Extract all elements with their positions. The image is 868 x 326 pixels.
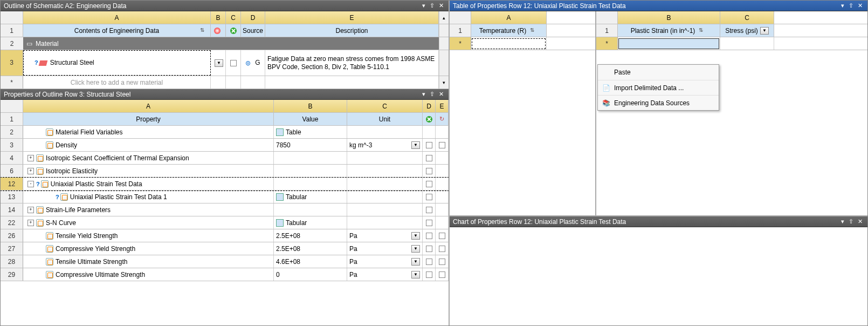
col-letter-c[interactable]: C <box>347 100 423 112</box>
row-num[interactable]: 13 <box>1 191 23 203</box>
param-check[interactable] <box>436 165 449 177</box>
col-letter-e[interactable]: E <box>265 11 439 24</box>
col-header-contents[interactable]: Contents of Engineering Data ⇅ <box>23 24 211 37</box>
param-check[interactable] <box>436 203 449 216</box>
scrollbar-up[interactable]: ▴ <box>439 11 449 24</box>
temperature-input-cell[interactable] <box>471 37 547 50</box>
value-cell[interactable]: 4.6E+08 <box>274 255 347 268</box>
col-header-plastic-strain[interactable]: Plastic Strain (in in^-1) ⇅ <box>618 24 720 37</box>
property-cell[interactable]: Density <box>23 139 274 151</box>
row-num[interactable]: 27 <box>1 242 23 255</box>
param-check[interactable] <box>436 216 449 229</box>
unit-cell[interactable] <box>347 191 423 203</box>
col-letter-b[interactable]: B <box>618 11 720 24</box>
row-num[interactable]: 4 <box>1 152 23 164</box>
plastic-strain-input-cell[interactable] <box>618 37 720 50</box>
col-letter-a[interactable]: A <box>471 11 547 24</box>
row-num-1[interactable]: 1 <box>1 24 23 37</box>
param-check[interactable] <box>436 255 449 268</box>
col-letter-e[interactable]: E <box>436 100 449 112</box>
unit-cell[interactable] <box>347 216 423 229</box>
col-header-temperature[interactable]: Temperature (R) ⇅ <box>471 24 547 37</box>
unit-cell[interactable] <box>347 152 423 164</box>
col-letter-c[interactable]: C <box>720 11 774 24</box>
close-icon[interactable]: ✕ <box>856 2 864 9</box>
suppress-check[interactable] <box>423 268 436 281</box>
chevron-down-icon[interactable]: ▼ <box>411 141 420 149</box>
row-num-1[interactable]: 1 <box>1 113 23 125</box>
col-header-stress[interactable]: Stress (psi) ▼ <box>720 24 774 37</box>
value-cell[interactable] <box>274 203 347 216</box>
pin-icon[interactable]: ⇧ <box>428 2 436 9</box>
col-letter-b[interactable]: B <box>211 11 226 24</box>
property-cell[interactable]: Tensile Ultimate Strength <box>23 255 274 268</box>
pin-icon[interactable]: ⇧ <box>847 2 855 9</box>
unit-cell[interactable]: kg m^-3▼ <box>347 139 423 151</box>
row-num-1[interactable]: 1 <box>450 24 471 37</box>
param-check[interactable] <box>436 191 449 203</box>
row-num[interactable]: 6 <box>1 165 23 177</box>
suppress-check[interactable] <box>423 165 436 177</box>
row-num[interactable]: 12 <box>1 178 23 190</box>
value-cell[interactable]: Tabular <box>274 216 347 229</box>
value-cell[interactable]: 7850 <box>274 139 347 151</box>
col-header-source[interactable]: Source <box>241 24 265 37</box>
property-cell[interactable]: Tensile Yield Strength <box>23 229 274 242</box>
property-cell[interactable]: ?Uniaxial Plastic Strain Test Data 1 <box>23 191 274 203</box>
col-header-desc[interactable]: Description <box>265 24 439 37</box>
pin-icon[interactable]: ⇧ <box>847 218 855 225</box>
suppress-check[interactable] <box>423 126 436 138</box>
close-icon[interactable]: ✕ <box>856 218 864 225</box>
value-cell[interactable]: 2.5E+08 <box>274 242 347 255</box>
value-cell[interactable]: 2.5E+08 <box>274 229 347 242</box>
suppress-check[interactable] <box>423 152 436 164</box>
property-cell[interactable]: +Strain-Life Parameters <box>23 203 274 216</box>
col-letter-a[interactable]: A <box>23 100 274 112</box>
param-check[interactable] <box>436 242 449 255</box>
chevron-down-icon[interactable]: ▼ <box>760 27 769 35</box>
suppress-check[interactable] <box>423 203 436 216</box>
material-structural-steel[interactable]: ? Structural Steel <box>23 50 211 76</box>
unit-cell[interactable] <box>347 178 423 190</box>
material-suppress-check[interactable] <box>226 50 241 76</box>
scrollbar-down[interactable]: ▾ <box>439 76 449 89</box>
dropdown-icon[interactable]: ▾ <box>421 2 427 9</box>
value-cell[interactable]: 0 <box>274 268 347 281</box>
row-num-2[interactable]: 2 <box>1 37 23 50</box>
value-cell[interactable]: Table <box>274 126 347 138</box>
dropdown-icon[interactable]: ▾ <box>839 2 846 9</box>
value-cell[interactable] <box>274 165 347 177</box>
col-header-unit[interactable]: Unit <box>347 113 423 125</box>
row-num-3[interactable]: 3 <box>1 50 23 76</box>
row-num[interactable]: 3 <box>1 139 23 151</box>
col-letter-d[interactable]: D <box>241 11 265 24</box>
property-cell[interactable]: +Isotropic Elasticity <box>23 165 274 177</box>
material-source[interactable]: ⊜ G <box>241 50 265 76</box>
col-letter-b[interactable]: B <box>274 100 347 112</box>
suppress-check[interactable] <box>423 191 436 203</box>
chevron-down-icon[interactable]: ▼ <box>411 271 420 279</box>
row-num[interactable]: 14 <box>1 203 23 216</box>
filter-icon[interactable]: ⇅ <box>697 27 705 35</box>
unit-cell[interactable]: Pa▼ <box>347 268 423 281</box>
row-num-star[interactable]: * <box>596 37 618 50</box>
param-check[interactable] <box>436 229 449 242</box>
expander-icon[interactable]: + <box>27 207 34 213</box>
row-num[interactable]: 26 <box>1 229 23 242</box>
unit-cell[interactable] <box>347 203 423 216</box>
col-letter-c[interactable]: C <box>226 11 241 24</box>
expander-icon[interactable]: + <box>27 168 34 174</box>
col-header-c[interactable] <box>226 24 241 37</box>
chevron-down-icon[interactable]: ▼ <box>411 258 420 266</box>
expander-icon[interactable]: + <box>27 220 34 226</box>
unit-cell[interactable] <box>347 165 423 177</box>
unit-cell[interactable]: Pa▼ <box>347 242 423 255</box>
col-header-value[interactable]: Value <box>274 113 347 125</box>
expander-icon[interactable]: - <box>27 181 34 187</box>
property-cell[interactable]: Compressive Ultimate Strength <box>23 268 274 281</box>
col-header-d[interactable] <box>423 113 436 125</box>
material-group-row[interactable]: ▭Material <box>23 37 439 50</box>
suppress-check[interactable] <box>423 229 436 242</box>
property-cell[interactable]: Compressive Yield Strength <box>23 242 274 255</box>
col-header-e[interactable]: ↻ <box>436 113 449 125</box>
